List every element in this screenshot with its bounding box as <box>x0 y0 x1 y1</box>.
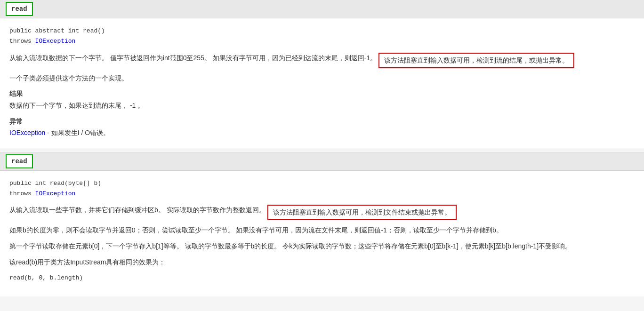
throws-keyword-1: throws <box>9 38 35 45</box>
section-title-1: read <box>6 2 33 16</box>
section-read-1: read public abstract int read() throws I… <box>0 0 644 148</box>
page-container: read public abstract int read() throws I… <box>0 0 644 311</box>
section-title-2: read <box>6 154 33 168</box>
section-header-2: read <box>0 152 644 171</box>
highlight-box-2: 该方法阻塞直到输入数据可用，检测到文件结束或抛出异常。 <box>267 205 457 220</box>
exception-text-1: - 如果发生I / O错误。 <box>45 129 110 136</box>
section-header-1: read <box>0 0 644 18</box>
code-line-4: throws IOException <box>9 189 635 199</box>
code-call-block: read(b, 0, b.length) <box>9 273 635 283</box>
section-read-2: read public int read(byte[] b) throws IO… <box>0 152 644 296</box>
code-call-line: read(b, 0, b.length) <box>9 273 635 283</box>
desc-text-2: 从输入流读取一些字节数，并将它们存储到缓冲区b。 实际读取的字节数作为整数返回。 <box>9 205 266 216</box>
throws-keyword-2: throws <box>9 190 35 197</box>
desc-p2: 如果b的长度为零，则不会读取字节并返回0；否则，尝试读取至少一个字节。 如果没有… <box>9 225 635 236</box>
ioexception-link-1[interactable]: IOException <box>35 38 76 45</box>
highlight-box-1: 该方法阻塞直到输入数据可用，检测到流的结尾，或抛出异常。 <box>378 53 574 68</box>
description-row-1: 从输入流读取数据的下一个字节。 值字节被返回作为int范围0至255。 如果没有… <box>9 53 635 68</box>
section-body-1: public abstract int read() throws IOExce… <box>0 18 644 148</box>
code-line-2: throws IOException <box>9 36 635 47</box>
desc-sub-1: 一个子类必须提供这个方法的一个实现。 <box>9 73 635 84</box>
section-body-2: public int read(byte[] b) throws IOExcep… <box>0 171 644 296</box>
code-block-2: public int read(byte[] b) throws IOExcep… <box>9 178 635 199</box>
result-label-1: 结果 <box>9 88 635 99</box>
result-text-1: 数据的下一个字节，如果达到流的末尾， -1 。 <box>9 100 635 112</box>
code-line-1: public abstract int read() <box>9 26 635 36</box>
desc-p4: 该read(b)用于类方法InputStream具有相同的效果为： <box>9 257 635 268</box>
desc-text-1: 从输入流读取数据的下一个字节。 值字节被返回作为int范围0至255。 如果没有… <box>9 53 377 64</box>
ioexception-link-3[interactable]: IOException <box>35 190 76 197</box>
code-block-1: public abstract int read() throws IOExce… <box>9 26 635 47</box>
code-line-3: public int read(byte[] b) <box>9 178 635 189</box>
exception-detail-1: IOException - 如果发生I / O错误。 <box>9 128 635 139</box>
ioexception-link-2[interactable]: IOException <box>9 129 45 136</box>
description-row-2: 从输入流读取一些字节数，并将它们存储到缓冲区b。 实际读取的字节数作为整数返回。… <box>9 205 635 220</box>
exception-label-1: 异常 <box>9 116 635 127</box>
desc-p3: 第一个字节读取存储在元素b[0]，下一个字节存入b[1]等等。 读取的字节数最多… <box>9 241 635 252</box>
